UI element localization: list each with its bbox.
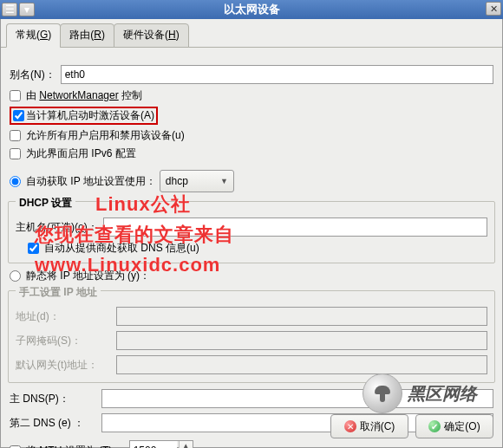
ok-icon: ✔ [428,420,441,432]
tab-general[interactable]: 常规(G) [6,23,61,48]
cancel-button-label: 取消(C) [360,419,395,434]
tab-content: 别名(N)： 由 NetworkManager 控制 当计算机启动时激活设备(A… [6,62,497,406]
allow-all-users-checkbox[interactable] [10,130,21,141]
gateway-input [116,355,487,374]
chevron-down-icon: ▼ [220,177,228,185]
alias-label: 别名(N)： [10,68,56,82]
ip-auto-label: 自动获取 IP 地址设置使用： [26,174,156,189]
mtu-spin[interactable]: ▲ ▼ [129,440,193,448]
ip-static-label: 静态将 IP 地址设置为 (y)： [26,269,150,283]
alias-input[interactable] [61,65,493,84]
primary-dns-label: 主 DNS(P)： [10,392,96,406]
mtu-input[interactable] [130,441,177,448]
address-label: 地址(d)： [16,309,111,324]
activate-on-boot-checkbox[interactable] [13,110,24,121]
enable-ipv6-label: 为此界面启用 IPv6 配置 [26,146,136,161]
gateway-label: 默认网关(t)地址： [16,358,111,373]
ok-button-label: 确定(O) [444,419,480,434]
primary-dns-input[interactable] [101,389,493,408]
tab-route[interactable]: 路由(R) [60,23,114,48]
window-shade-button[interactable]: ▾ [19,3,35,16]
ip-auto-combo-value: dhcp [166,175,188,187]
enable-ipv6-checkbox[interactable] [10,148,21,159]
netmask-label: 子网掩码(S)： [16,334,111,348]
close-icon[interactable]: ✕ [486,2,501,16]
mtu-label: 将 MTU 设置为 (T) ： [26,444,126,449]
ip-auto-combo[interactable]: dhcp ▼ [160,170,234,192]
ok-button[interactable]: ✔ 确定(O) [415,414,493,438]
netmask-input [116,331,487,350]
ip-static-radio[interactable] [10,270,21,282]
allow-all-users-label: 允许所有用户启用和禁用该设备(u) [26,128,185,143]
nm-control-label: 由 NetworkManager 控制 [26,88,142,103]
client-area: 常规(G) 路由(R) 硬件设备(H) 别名(N)： 由 NetworkMana… [0,19,503,448]
address-input [116,307,487,326]
mtu-checkbox[interactable] [10,445,21,449]
cancel-icon: ✕ [344,420,356,432]
ip-auto-radio[interactable] [10,176,21,187]
nm-control-checkbox[interactable] [10,90,21,101]
hostname-label: 主机名(可选)(o)： [16,220,98,235]
button-row: ✕ 取消(C) ✔ 确定(O) [330,414,493,438]
static-group: 手工设置 IP 地址 地址(d)： 子网掩码(S)： 默认网关(t)地址： [8,290,495,383]
tab-bar: 常规(G) 路由(R) 硬件设备(H) [1,19,502,48]
activate-on-boot-label: 当计算机启动时激活设备(A) [26,108,154,123]
activate-highlight: 当计算机启动时激活设备(A) [10,107,158,125]
auto-dns-label: 自动从提供商处获取 DNS 信息(u) [44,241,199,256]
cancel-button[interactable]: ✕ 取消(C) [330,414,408,438]
static-group-title: 手工设置 IP 地址 [16,285,101,300]
mtu-up-icon[interactable]: ▲ [180,441,193,448]
titlebar: ☰ ▾ 以太网设备 ✕ [0,0,503,19]
secondary-dns-label: 第二 DNS (e) ： [10,416,96,431]
dhcp-group-title: DHCP 设置 [16,196,75,211]
dhcp-group: DHCP 设置 主机名(可选)(o)： 自动从提供商处获取 DNS 信息(u) [8,201,495,263]
tab-hardware[interactable]: 硬件设备(H) [114,23,189,48]
window-title: 以太网设备 [224,2,280,17]
window-menu-button[interactable]: ☰ [2,3,17,16]
hostname-input[interactable] [103,218,487,237]
auto-dns-checkbox[interactable] [28,243,39,254]
